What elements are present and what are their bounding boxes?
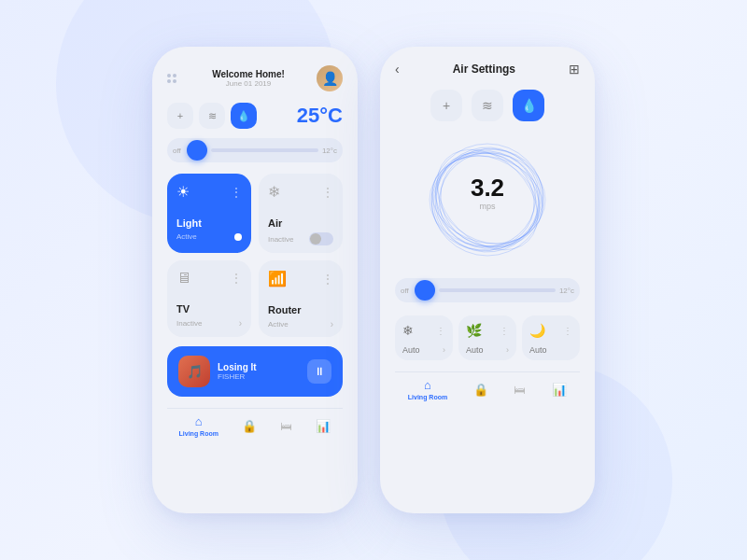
- mode-water-button[interactable]: 💧: [231, 103, 257, 129]
- right-nav-item-home[interactable]: ⌂ Living Room: [408, 378, 447, 400]
- fan-bottom-3: Auto: [529, 345, 572, 355]
- air-card-top: ❄ ⋮: [268, 183, 333, 201]
- light-bottom: Active: [176, 232, 242, 241]
- device-card-air[interactable]: ❄ ⋮ Air Inactive: [259, 174, 343, 253]
- router-status: Active: [268, 320, 289, 329]
- right-slider-track: [439, 288, 556, 292]
- temperature-display: 25°C: [297, 104, 343, 128]
- right-phone: ‹ Air Settings ⊞ + ≋ 💧: [380, 47, 595, 513]
- fan-card-3[interactable]: 🌙 ⋮ Auto: [522, 315, 580, 360]
- fan-arrow-2: ›: [506, 345, 509, 355]
- fan-dots-1[interactable]: ⋮: [436, 326, 445, 336]
- fan-dots-3[interactable]: ⋮: [563, 326, 572, 336]
- security-icon: 🔒: [242, 419, 257, 433]
- music-info: Losing It FISHER: [218, 362, 300, 381]
- greeting-date: June 01 2019: [180, 79, 317, 88]
- right-nav-home-label: Living Room: [408, 394, 447, 400]
- nav-home-label: Living Room: [179, 430, 218, 437]
- greeting-text: Welcome Home!: [180, 69, 317, 79]
- nav-item-chart[interactable]: 📊: [316, 419, 331, 433]
- fan-icon-3: 🌙: [529, 323, 545, 338]
- air-toggle[interactable]: [309, 232, 333, 245]
- tv-icon: 🖥: [176, 270, 191, 287]
- mode-add-button[interactable]: +: [167, 103, 193, 129]
- gauge-svg: 3.2 mps: [422, 134, 553, 265]
- top-bar: Welcome Home! June 01 2019 👤: [167, 65, 343, 91]
- right-slider-temp-label: 12°c: [559, 287, 574, 295]
- air-water-button[interactable]: 💧: [513, 90, 544, 121]
- fan-mode-grid: ❄ ⋮ Auto › 🌿 ⋮ Auto ›: [395, 315, 580, 360]
- fan-card-2-top: 🌿 ⋮: [466, 323, 509, 338]
- fan-card-3-top: 🌙 ⋮: [529, 323, 572, 338]
- temperature-slider[interactable]: off 12°c: [167, 138, 343, 162]
- router-arrow-icon: ›: [331, 319, 333, 329]
- svg-text:3.2: 3.2: [471, 174, 504, 202]
- nav-item-home[interactable]: ⌂ Living Room: [179, 414, 218, 437]
- device-card-tv[interactable]: 🖥 ⋮ TV Inactive ›: [167, 260, 251, 337]
- air-status: Inactive: [268, 235, 294, 244]
- nav-item-security[interactable]: 🔒: [242, 419, 257, 433]
- light-menu-dots[interactable]: ⋮: [231, 186, 242, 199]
- right-nav-item-chart[interactable]: 📊: [552, 383, 567, 397]
- tv-menu-dots[interactable]: ⋮: [231, 272, 242, 285]
- right-slider-off-label: off: [401, 287, 409, 295]
- fan-label-1: Auto: [402, 345, 420, 355]
- light-card-top: ☀ ⋮: [176, 183, 242, 201]
- router-name: Router: [268, 304, 333, 315]
- back-button[interactable]: ‹: [395, 62, 400, 77]
- air-add-button[interactable]: +: [430, 90, 462, 121]
- fan-icon-2: 🌿: [466, 323, 482, 338]
- music-title: Losing It: [218, 362, 300, 372]
- device-grid: ☀ ⋮ Light Active ❄ ⋮ Air Inactive: [167, 174, 343, 337]
- light-status-dot: [234, 233, 242, 241]
- fan-label-3: Auto: [529, 345, 547, 355]
- fan-bottom-1: Auto ›: [402, 345, 445, 355]
- tv-bottom: Inactive ›: [176, 318, 242, 329]
- right-slider-thumb[interactable]: [415, 280, 435, 301]
- mode-wind-button[interactable]: ≋: [199, 103, 225, 129]
- svg-text:mps: mps: [479, 202, 496, 211]
- tv-status: Inactive: [176, 319, 203, 328]
- phones-container: Welcome Home! June 01 2019 👤 + ≋ 💧 25°C …: [152, 47, 595, 513]
- right-chart-icon: 📊: [552, 383, 567, 397]
- expand-button[interactable]: ⊞: [569, 62, 580, 77]
- home-icon: ⌂: [195, 414, 203, 428]
- air-bottom: Inactive: [268, 232, 333, 245]
- fan-card-1[interactable]: ❄ ⋮ Auto ›: [395, 315, 453, 360]
- mode-icons: + ≋ 💧: [167, 103, 257, 129]
- air-speed-slider[interactable]: off 12°c: [395, 278, 580, 302]
- nav-item-bed[interactable]: 🛏: [280, 419, 292, 433]
- music-artist: FISHER: [218, 372, 300, 381]
- light-status: Active: [176, 232, 197, 241]
- fan-arrow-1: ›: [443, 345, 445, 355]
- router-bottom: Active ›: [268, 319, 333, 329]
- air-menu-dots[interactable]: ⋮: [322, 186, 333, 199]
- music-player[interactable]: 🎵 Losing It FISHER ⏸: [167, 346, 343, 397]
- slider-temp-label: 12°c: [322, 147, 337, 155]
- greeting-block: Welcome Home! June 01 2019: [180, 69, 317, 88]
- gauge-container: 3.2 mps: [395, 134, 580, 265]
- air-name: Air: [268, 217, 333, 229]
- light-icon: ☀: [176, 183, 190, 201]
- air-wind-button[interactable]: ≋: [472, 90, 503, 121]
- right-nav-item-bed[interactable]: 🛏: [514, 383, 526, 397]
- bottom-nav: ⌂ Living Room 🔒 🛏 📊: [167, 408, 343, 437]
- air-icon: ❄: [268, 183, 280, 201]
- right-nav-item-security[interactable]: 🔒: [473, 383, 488, 397]
- slider-thumb[interactable]: [187, 140, 207, 161]
- left-phone: Welcome Home! June 01 2019 👤 + ≋ 💧 25°C …: [152, 47, 358, 513]
- tv-name: TV: [176, 303, 242, 315]
- device-card-router[interactable]: 📶 ⋮ Router Active ›: [259, 260, 343, 337]
- fan-bottom-2: Auto ›: [466, 345, 509, 355]
- right-security-icon: 🔒: [473, 383, 488, 397]
- fan-label-2: Auto: [466, 345, 484, 355]
- router-card-top: 📶 ⋮: [268, 270, 333, 287]
- fan-card-2[interactable]: 🌿 ⋮ Auto ›: [458, 315, 516, 360]
- avatar[interactable]: 👤: [317, 65, 343, 91]
- router-menu-dots[interactable]: ⋮: [322, 273, 333, 286]
- menu-dots-icon[interactable]: [167, 74, 180, 83]
- fan-card-1-top: ❄ ⋮: [402, 323, 445, 338]
- fan-dots-2[interactable]: ⋮: [500, 326, 509, 336]
- device-card-light[interactable]: ☀ ⋮ Light Active: [167, 174, 251, 253]
- music-pause-button[interactable]: ⏸: [307, 359, 331, 384]
